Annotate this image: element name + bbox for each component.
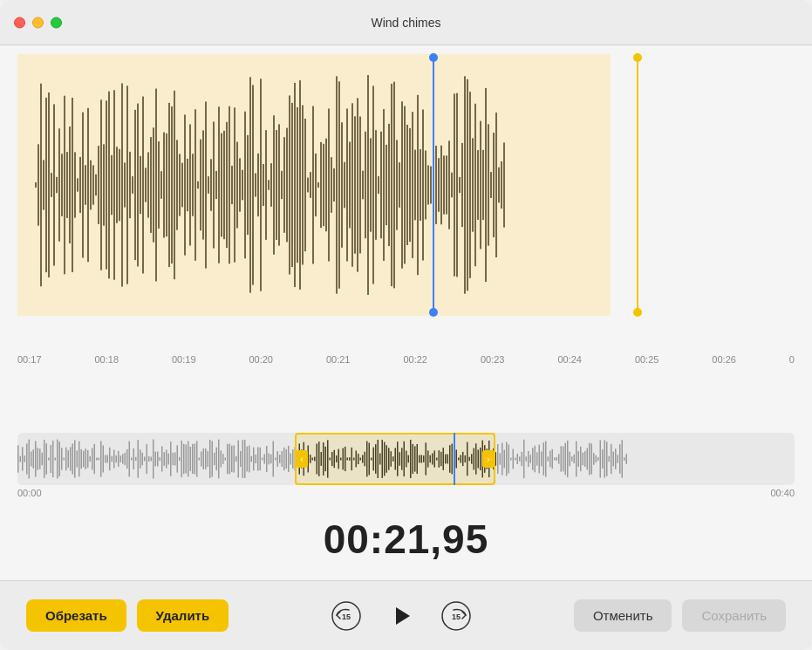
time-label-19: 00:19 xyxy=(172,354,196,365)
minimize-button[interactable] xyxy=(32,17,44,28)
play-icon xyxy=(387,602,415,630)
time-axis: 00:17 00:18 00:19 00:20 00:21 00:22 00:2… xyxy=(17,351,795,368)
delete-button[interactable]: Удалить xyxy=(137,599,229,632)
mini-time-axis: 00:00 00:40 xyxy=(17,485,795,498)
trim-button[interactable]: Обрезать xyxy=(26,599,126,632)
close-button[interactable] xyxy=(14,17,25,28)
skip-back-button[interactable]: 15 xyxy=(331,601,361,631)
bottom-controls: Обрезать Удалить 15 15 xyxy=(0,580,812,650)
time-label-23: 00:23 xyxy=(481,354,505,365)
maximize-button[interactable] xyxy=(51,17,62,28)
time-label-26: 00:26 xyxy=(712,354,736,365)
svg-text:15: 15 xyxy=(342,612,351,621)
waveform-main xyxy=(17,54,795,351)
time-label-end: 0 xyxy=(789,354,795,365)
mini-waveform-wrapper[interactable]: ‹ › xyxy=(17,433,795,485)
mini-time-start: 00:00 xyxy=(17,488,42,498)
play-button[interactable] xyxy=(382,597,420,635)
mini-time-end: 00:40 xyxy=(770,488,795,498)
main-waveform xyxy=(17,54,795,316)
skip-forward-button[interactable]: 15 xyxy=(441,601,471,631)
time-label-21: 00:21 xyxy=(326,354,351,365)
left-buttons: Обрезать Удалить xyxy=(26,599,229,632)
time-label-25: 00:25 xyxy=(635,354,659,365)
main-content: 00:17 00:18 00:19 00:20 00:21 00:22 00:2… xyxy=(0,45,812,580)
time-label-24: 00:24 xyxy=(557,354,582,365)
svg-marker-2 xyxy=(396,607,410,625)
time-label-17: 00:17 xyxy=(17,354,42,365)
center-controls: 15 15 xyxy=(331,597,471,635)
time-label-18: 00:18 xyxy=(94,354,119,365)
timer-display: 00:21,95 xyxy=(0,502,812,580)
save-button: Сохранить xyxy=(682,599,786,632)
traffic-lights xyxy=(14,17,62,28)
title-bar: Wind chimes xyxy=(0,0,812,45)
mini-waveform xyxy=(17,433,795,485)
right-buttons: Отменить Сохранить xyxy=(574,599,786,632)
mini-waveform-section: ‹ › 00:00 00:40 xyxy=(0,426,812,502)
waveform-container[interactable]: 00:17 00:18 00:19 00:20 00:21 00:22 00:2… xyxy=(0,45,812,426)
time-label-20: 00:20 xyxy=(249,354,273,365)
time-label-22: 00:22 xyxy=(403,354,427,365)
svg-text:15: 15 xyxy=(452,612,461,621)
window-title: Wind chimes xyxy=(371,16,440,30)
cancel-button[interactable]: Отменить xyxy=(574,599,672,632)
